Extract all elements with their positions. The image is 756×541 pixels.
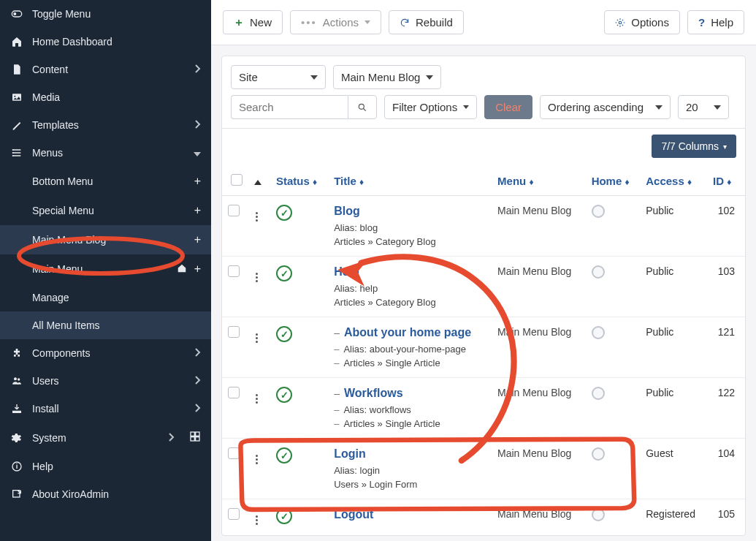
sidebar-item-all-menu-items[interactable]: All Menu Items [0, 311, 211, 339]
row-access: Registered [640, 499, 707, 536]
sidebar-item-main-menu[interactable]: Main Menu + [0, 254, 211, 284]
plus-icon[interactable]: + [194, 233, 201, 246]
select-all-checkbox[interactable] [231, 174, 243, 186]
status-published-icon[interactable] [276, 326, 292, 342]
clear-button[interactable]: Clear [484, 95, 532, 119]
status-published-icon[interactable] [276, 387, 292, 403]
sidebar-about[interactable]: About XiroAdmin [0, 480, 211, 508]
home-toggle[interactable] [592, 265, 605, 279]
row-checkbox[interactable] [228, 326, 240, 338]
sidebar-components[interactable]: Components [0, 339, 211, 367]
home-toggle[interactable] [592, 205, 605, 218]
row-id: 105 [707, 499, 745, 536]
plus-icon[interactable]: + [194, 204, 201, 217]
row-title-link[interactable]: About your home page [344, 326, 471, 338]
row-checkbox[interactable] [228, 508, 240, 520]
home-toggle[interactable] [592, 447, 605, 461]
sidebar-item-main-menu-blog[interactable]: Main Menu Blog + [0, 225, 211, 254]
row-title-link[interactable]: Blog [334, 205, 360, 217]
sidebar-item-manage[interactable]: Manage [0, 284, 211, 311]
id-header[interactable]: ID ♦ [707, 167, 745, 196]
options-button[interactable]: Options [604, 10, 680, 34]
home-toggle[interactable] [592, 508, 605, 521]
row-checkbox[interactable] [228, 447, 240, 459]
sidebar-users[interactable]: Users [0, 367, 211, 395]
row-actions[interactable] [254, 393, 259, 405]
svg-rect-10 [196, 432, 199, 436]
sidebar-media-label: Media [32, 91, 201, 103]
sidebar-media[interactable]: Media [0, 83, 211, 111]
sidebar-help[interactable]: i Help [0, 453, 211, 480]
chevron-down-icon [655, 105, 663, 110]
ellipsis-icon: ••• [301, 16, 317, 29]
row-alias: –Alias: workflows [334, 404, 486, 415]
filter-options-button[interactable]: Filter Options [384, 95, 477, 119]
rebuild-button[interactable]: Rebuild [389, 10, 464, 34]
sidebar-content[interactable]: Content [0, 56, 211, 83]
row-actions[interactable] [254, 211, 259, 223]
menu-header[interactable]: Menu ♦ [492, 167, 586, 196]
sidebar-system[interactable]: System [0, 423, 211, 453]
sidebar-toggle-menu[interactable]: Toggle Menu [0, 0, 211, 28]
chevron-right-icon [195, 403, 201, 415]
limit-select[interactable]: 20 [678, 95, 729, 119]
ordering-select[interactable]: Ordering ascending [540, 95, 671, 119]
home-header[interactable]: Home ♦ [586, 167, 641, 196]
sort-order-icon[interactable] [254, 180, 261, 185]
row-title-link[interactable]: Workflows [344, 387, 403, 399]
columns-label: 7/7 Columns [661, 140, 719, 152]
status-header[interactable]: Status ♦ [270, 167, 328, 196]
row-id: 122 [707, 378, 745, 439]
row-access: Public [640, 257, 707, 317]
ordering-label: Ordering ascending [548, 101, 644, 113]
chevron-right-icon [195, 119, 201, 131]
help-button[interactable]: ? Help [687, 10, 744, 34]
new-button[interactable]: New [223, 10, 283, 34]
row-checkbox[interactable] [228, 387, 240, 398]
title-header[interactable]: Title ♦ [328, 167, 492, 196]
sidebar-templates[interactable]: Templates [0, 111, 211, 139]
row-actions[interactable] [254, 332, 259, 344]
sidebar-about-label: About XiroAdmin [32, 488, 201, 500]
row-title-link[interactable]: Logout [334, 508, 373, 521]
status-published-icon[interactable] [276, 205, 292, 221]
sidebar-home-dashboard[interactable]: Home Dashboard [0, 28, 211, 56]
actions-button[interactable]: ••• Actions [290, 10, 381, 34]
row-actions[interactable] [254, 453, 259, 466]
row-checkbox[interactable] [228, 205, 240, 216]
status-published-icon[interactable] [276, 265, 292, 281]
plus-icon[interactable]: + [194, 262, 201, 276]
sidebar-item-bottom-menu[interactable]: Bottom Menu + [0, 167, 211, 196]
site-select[interactable]: Site [231, 65, 326, 89]
row-path: Articles » Category Blog [334, 297, 486, 308]
toolbar: New ••• Actions Rebuild Options ? Help [211, 0, 756, 45]
menu-select[interactable]: Main Menu Blog [333, 65, 441, 89]
sidebar-item-special-menu[interactable]: Special Menu + [0, 196, 211, 225]
grid-icon[interactable] [189, 431, 201, 444]
svg-point-4 [12, 149, 14, 151]
search-input[interactable] [231, 95, 348, 119]
table-row: Login Alias: login Users » Login Form Ma… [222, 439, 745, 499]
row-path: –Articles » Single Article [334, 418, 486, 429]
actions-label: Actions [323, 16, 359, 29]
sidebar-item-label: Manage [32, 292, 201, 303]
sidebar-menus[interactable]: Menus [0, 139, 211, 167]
clear-label: Clear [495, 101, 522, 113]
row-actions[interactable] [254, 514, 259, 526]
row-checkbox[interactable] [228, 265, 240, 277]
svg-text:i: i [16, 463, 18, 470]
sidebar-install[interactable]: Install [0, 395, 211, 423]
row-actions[interactable] [254, 271, 259, 284]
row-title-link[interactable]: Login [334, 447, 366, 460]
home-toggle[interactable] [592, 387, 605, 400]
status-published-icon[interactable] [276, 508, 292, 524]
home-toggle[interactable] [592, 326, 605, 339]
columns-button[interactable]: 7/7 Columns ▾ [652, 135, 736, 158]
plus-icon[interactable]: + [194, 175, 201, 188]
access-header[interactable]: Access ♦ [640, 167, 707, 196]
row-access: Public [640, 317, 707, 378]
row-title-link[interactable]: Help [334, 265, 359, 278]
search-button[interactable] [348, 95, 377, 119]
status-published-icon[interactable] [276, 447, 292, 464]
search-icon [357, 102, 367, 113]
